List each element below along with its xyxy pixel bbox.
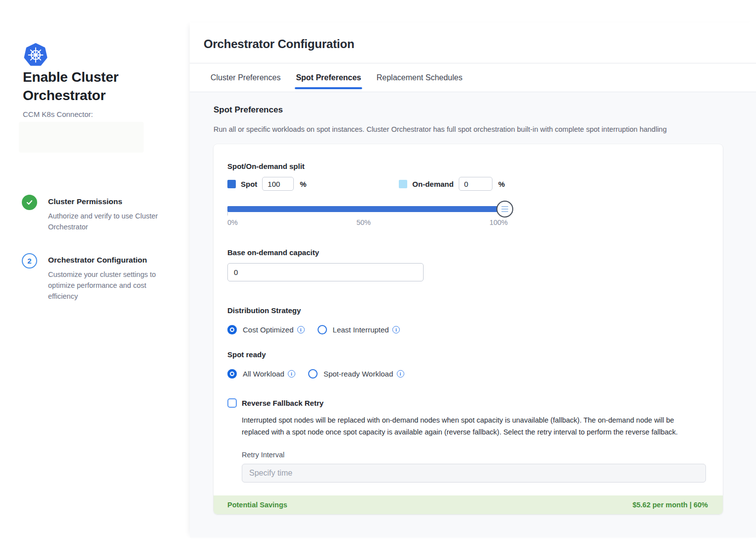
distribution-strategy-options: Cost Optimized i Least Interrupted i (227, 325, 709, 334)
info-icon[interactable]: i (397, 370, 404, 378)
reverse-fallback-row: Reverse Fallback Retry (227, 398, 709, 408)
base-capacity-input[interactable] (227, 263, 424, 281)
slider-tick-labels: 0% 50% 100% (227, 218, 508, 226)
tick-50: 50% (238, 218, 489, 226)
section-title: Spot Preferences (214, 105, 756, 115)
slider-handle-icon[interactable] (496, 201, 513, 217)
slider-fill (227, 206, 505, 212)
main-panel: Orchestrator Configuration Cluster Prefe… (190, 22, 756, 538)
split-title: Spot/On-demand split (227, 162, 709, 170)
step-label: Cluster Permissions (48, 195, 175, 206)
kubernetes-icon (23, 43, 48, 66)
tick-100: 100% (489, 218, 508, 226)
spot-label: Spot (241, 180, 257, 188)
connector-label: CCM K8s Connector: (23, 110, 93, 118)
radio-all-workload[interactable] (227, 369, 237, 379)
radio-label: Least Interrupted (333, 325, 389, 334)
step-orchestrator-configuration[interactable]: 2 Orchestrator Configuration Customize y… (22, 253, 175, 302)
radio-spot-ready-workload[interactable] (308, 369, 318, 379)
info-icon[interactable]: i (288, 370, 295, 378)
step-description: Authorize and verify to use Cluster Orch… (48, 211, 175, 233)
potential-savings-bar: Potential Savings $5.62 per month | 60% (214, 495, 723, 514)
section-description: Run all or specific workloads on spot in… (214, 125, 756, 133)
sidebar: Enable Cluster Orchestrator CCM K8s Conn… (0, 0, 190, 542)
retry-interval-label: Retry Interval (242, 451, 709, 459)
spot-preferences-card: Spot/On-demand split Spot % On-demand % (214, 144, 723, 514)
potential-savings-label: Potential Savings (227, 501, 287, 509)
radio-label: All Workload (243, 370, 284, 378)
step-cluster-permissions[interactable]: Cluster Permissions Authorize and verify… (22, 195, 175, 233)
split-slider[interactable] (227, 206, 505, 213)
tick-0: 0% (227, 218, 238, 226)
page-title: Orchestrator Configuration (204, 37, 756, 51)
split-inputs-row: Spot % On-demand % (227, 177, 505, 191)
step-label: Orchestrator Configuration (48, 253, 175, 265)
main-header: Orchestrator Configuration (190, 22, 756, 63)
radio-label: Spot-ready Workload (324, 370, 393, 378)
step-description: Customize your cluster settings to optim… (48, 270, 175, 302)
tab-content: Spot Preferences Run all or specific wor… (190, 92, 756, 538)
reverse-fallback-checkbox[interactable] (227, 398, 237, 408)
tab-bar: Cluster Preferences Spot Preferences Rep… (190, 63, 756, 92)
tab-cluster-preferences[interactable]: Cluster Preferences (210, 63, 281, 92)
info-icon[interactable]: i (392, 326, 400, 333)
spot-ready-options: All Workload i Spot-ready Workload i (227, 369, 709, 379)
slider-tick-0 (227, 212, 228, 216)
step-number-badge: 2 (22, 253, 37, 269)
info-icon[interactable]: i (297, 326, 305, 333)
radio-label: Cost Optimized (243, 325, 294, 334)
base-capacity-label: Base on-demand capacity (227, 248, 709, 257)
ondemand-percent-input[interactable] (459, 177, 492, 191)
reverse-fallback-label: Reverse Fallback Retry (242, 399, 324, 407)
distribution-strategy-label: Distribution Strategy (227, 306, 709, 315)
ondemand-color-swatch (399, 180, 407, 188)
spot-percent-sign: % (300, 180, 306, 188)
step-complete-check-icon (22, 195, 37, 210)
spot-percent-input[interactable] (262, 177, 294, 191)
radio-least-interrupted[interactable] (318, 325, 327, 334)
wizard-title: Enable Cluster Orchestrator (23, 68, 162, 105)
tab-replacement-schedules[interactable]: Replacement Schedules (376, 63, 463, 92)
tab-spot-preferences[interactable]: Spot Preferences (295, 63, 362, 92)
connector-value-placeholder (19, 122, 144, 153)
retry-interval-input[interactable] (242, 464, 706, 483)
ondemand-label: On-demand (412, 180, 453, 188)
radio-cost-optimized[interactable] (227, 325, 237, 334)
spot-color-swatch (227, 180, 236, 188)
spot-ready-label: Spot ready (227, 350, 709, 359)
reverse-fallback-description: Interrupted spot nodes will be replaced … (242, 414, 702, 438)
potential-savings-value: $5.62 per month | 60% (633, 501, 708, 509)
ondemand-percent-sign: % (498, 180, 505, 188)
